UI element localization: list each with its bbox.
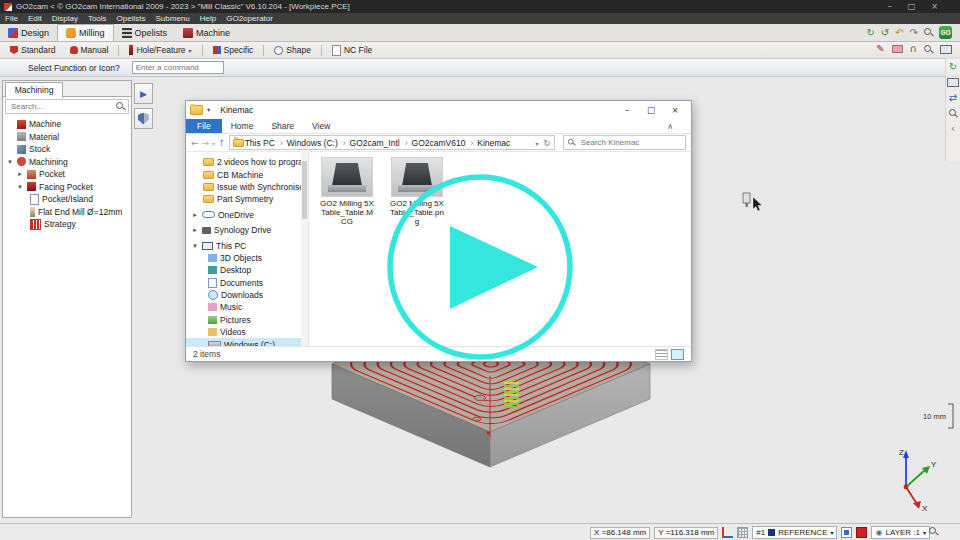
regenerate-icon[interactable] bbox=[881, 27, 889, 39]
tree-item-pocket[interactable]: Pocket bbox=[3, 168, 131, 181]
nav-item-folder[interactable]: 2 videos how to program a 3X Debr bbox=[186, 156, 308, 168]
tree-item-stock[interactable]: Stock bbox=[3, 143, 131, 156]
shape-button[interactable]: Shape bbox=[268, 43, 317, 57]
manual-button[interactable]: Manual bbox=[64, 43, 115, 57]
thumbnail-view-button[interactable] bbox=[671, 349, 684, 360]
menu-item-help[interactable]: Help bbox=[195, 14, 221, 23]
tab-design[interactable]: Design bbox=[0, 24, 57, 41]
nav-item-folder[interactable]: CB Machine bbox=[186, 168, 308, 180]
zoom-status-icon[interactable] bbox=[929, 527, 938, 536]
zoom-window-icon[interactable] bbox=[924, 45, 933, 54]
explorer-tab-home[interactable]: Home bbox=[222, 121, 263, 131]
quick-access-chevron-icon[interactable]: ▾ bbox=[207, 106, 210, 114]
nav-item-synology[interactable]: Synology Drive bbox=[186, 224, 308, 236]
zoom-fit-icon[interactable] bbox=[949, 109, 958, 118]
protection-button[interactable] bbox=[134, 108, 153, 129]
explorer-tab-file[interactable]: File bbox=[186, 119, 222, 133]
search-icon[interactable] bbox=[116, 102, 125, 111]
nav-item-3d-objects[interactable]: 3D Objects bbox=[186, 252, 308, 264]
nav-item-folder[interactable]: Part Symmetry bbox=[186, 193, 308, 205]
menu-item-display[interactable]: Display bbox=[47, 14, 83, 23]
menu-item-file[interactable]: File bbox=[0, 14, 23, 23]
back-button[interactable] bbox=[191, 138, 199, 148]
pan-icon[interactable] bbox=[949, 92, 957, 104]
crumb-go2camv610[interactable]: GO2camV610 bbox=[401, 138, 466, 148]
forward-button[interactable] bbox=[202, 138, 210, 148]
close-button[interactable] bbox=[931, 0, 938, 13]
tree-item-pocket-island[interactable]: Pocket/Island bbox=[3, 193, 131, 206]
zoom-in-icon[interactable] bbox=[924, 28, 933, 37]
grid-toggle-icon[interactable] bbox=[737, 527, 748, 538]
explorer-tab-share[interactable]: Share bbox=[262, 121, 303, 131]
crumb-kinemac[interactable]: Kinemac bbox=[466, 138, 510, 148]
nav-item-downloads[interactable]: Downloads bbox=[186, 289, 308, 301]
expander-icon[interactable] bbox=[191, 211, 199, 219]
menu-item-tools[interactable]: Tools bbox=[83, 14, 112, 23]
command-input[interactable] bbox=[132, 61, 224, 74]
scrollbar-thumb[interactable] bbox=[302, 161, 307, 219]
explorer-maximize-button[interactable] bbox=[639, 101, 663, 119]
up-button[interactable] bbox=[218, 138, 226, 148]
tree-item-facing-pocket[interactable]: Facing Pocket bbox=[3, 181, 131, 194]
standard-button[interactable]: Standard bbox=[4, 43, 62, 57]
nav-item-folder[interactable]: Issue with Synchronised Tools bbox=[186, 181, 308, 193]
layer-selector[interactable]: LAYER :1 bbox=[871, 526, 930, 539]
file-item-mcg[interactable]: GO2 Milling 5X Table_Table.MCG bbox=[319, 157, 375, 227]
expander-icon[interactable] bbox=[6, 158, 14, 166]
menu-item-edit[interactable]: Edit bbox=[23, 14, 47, 23]
refresh-address-icon[interactable] bbox=[544, 138, 551, 148]
explorer-search-input[interactable] bbox=[579, 137, 682, 148]
history-chevron-icon[interactable] bbox=[212, 138, 215, 148]
menu-item-submenu[interactable]: Submenu bbox=[151, 14, 195, 23]
expander-icon[interactable] bbox=[16, 170, 24, 178]
snap-checkbox[interactable] bbox=[841, 527, 852, 538]
minimize-button[interactable] bbox=[888, 0, 892, 13]
expander-icon[interactable] bbox=[191, 226, 199, 234]
tree-item-material[interactable]: Material bbox=[3, 131, 131, 144]
nav-item-documents[interactable]: Documents bbox=[186, 277, 308, 289]
explorer-titlebar[interactable]: ▾ Kinemac bbox=[186, 101, 691, 119]
nav-item-desktop[interactable]: Desktop bbox=[186, 264, 308, 276]
tree-item-machining[interactable]: Machining bbox=[3, 156, 131, 169]
screen-capture-icon[interactable] bbox=[940, 45, 952, 54]
explorer-tab-view[interactable]: View bbox=[303, 121, 339, 131]
details-view-button[interactable] bbox=[655, 349, 668, 360]
tab-machining[interactable]: Machining bbox=[5, 82, 63, 98]
maximize-button[interactable] bbox=[908, 0, 916, 13]
expander-icon[interactable] bbox=[16, 183, 24, 191]
specific-button[interactable]: Specific bbox=[207, 43, 260, 57]
crumb-go2cam-intl[interactable]: GO2cam_Intl bbox=[339, 138, 400, 148]
nav-item-music[interactable]: Music bbox=[186, 301, 308, 313]
tab-machine[interactable]: Machine bbox=[175, 24, 238, 41]
tree-search-input[interactable] bbox=[9, 101, 116, 112]
hole-feature-button[interactable]: Hole/Feature ▾ bbox=[123, 43, 197, 57]
ribbon-collapse-icon[interactable]: ∧ bbox=[667, 122, 673, 131]
active-color-swatch[interactable] bbox=[856, 527, 867, 538]
crumb-this-pc[interactable]: This PC bbox=[245, 138, 275, 148]
explorer-close-button[interactable] bbox=[663, 101, 687, 119]
nc-file-button[interactable]: NC File bbox=[326, 43, 378, 57]
undo-icon[interactable] bbox=[895, 27, 903, 39]
tree-item-machine[interactable]: Machine bbox=[3, 118, 131, 131]
expander-icon[interactable] bbox=[191, 242, 199, 250]
tab-milling[interactable]: Milling bbox=[57, 24, 114, 41]
work-plane-icon[interactable] bbox=[722, 527, 733, 538]
collapse-panel-icon[interactable] bbox=[951, 123, 955, 135]
nav-scrollbar[interactable] bbox=[301, 151, 308, 347]
simulation-button[interactable]: ▶ bbox=[134, 83, 153, 104]
nav-item-this-pc[interactable]: This PC bbox=[186, 239, 308, 251]
menu-item-go2operator[interactable]: GO2operator bbox=[221, 14, 278, 23]
magnet-icon[interactable]: ∩ bbox=[910, 43, 917, 55]
address-dropdown-icon[interactable] bbox=[536, 138, 539, 148]
nav-item-pictures[interactable]: Pictures bbox=[186, 314, 308, 326]
go2operator-badge[interactable]: GO bbox=[939, 26, 952, 39]
explorer-minimize-button[interactable] bbox=[615, 101, 639, 119]
explorer-file-pane[interactable]: GO2 Milling 5X Table_Table.MCG GO2 Milli… bbox=[309, 151, 691, 347]
tab-opelists[interactable]: Opelists bbox=[114, 24, 176, 41]
file-item-png[interactable]: GO2 Milling 5X Table_Table.png bbox=[389, 157, 445, 227]
view-preset-icon[interactable] bbox=[947, 78, 959, 87]
measure-icon[interactable]: ✎ bbox=[876, 43, 884, 55]
breadcrumb[interactable]: This PC Windows (C:) GO2cam_Intl GO2camV… bbox=[229, 135, 555, 150]
crumb-windows-c[interactable]: Windows (C:) bbox=[276, 138, 338, 148]
titlebar[interactable]: GO2cam < © GO2cam International 2009 - 2… bbox=[0, 0, 960, 13]
